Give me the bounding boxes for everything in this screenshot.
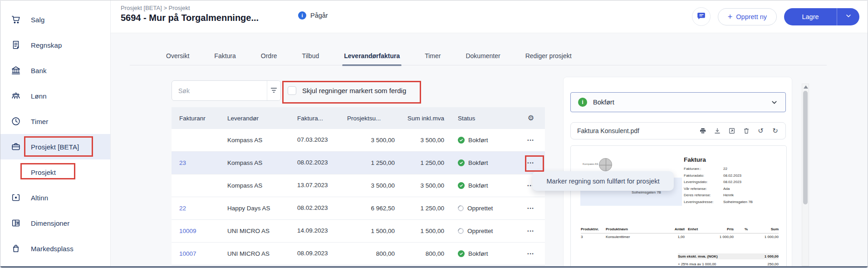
col-status[interactable]: Status xyxy=(444,115,517,122)
cell-prosjektsum: 1 500,00 xyxy=(338,228,395,234)
pdf-cell: 3 xyxy=(581,235,583,239)
row-actions-ellipsis-icon[interactable] xyxy=(527,161,534,165)
col-sum[interactable]: Sum inkl.mva xyxy=(395,115,444,122)
pdf-field-value: 22 xyxy=(723,166,727,173)
cell-status: Opprettet xyxy=(444,205,517,212)
invoice-status-select[interactable]: Bokført xyxy=(570,92,786,112)
chat-button[interactable] xyxy=(692,7,711,26)
pdf-address: Solheimsgaten 7B xyxy=(632,190,661,194)
status-booked-check-icon xyxy=(458,250,465,257)
cell-fakturanr[interactable]: 23 xyxy=(172,159,227,166)
create-new-button[interactable]: Opprett ny xyxy=(718,8,777,25)
row-actions-ellipsis-icon[interactable] xyxy=(527,206,534,211)
tab-rediger-prosjekt[interactable]: Rediger prosjekt xyxy=(525,50,572,65)
table-row[interactable]: Kompass AS07.03.20233 500,003 500,00Bokf… xyxy=(172,129,545,152)
tab-oversikt[interactable]: Oversikt xyxy=(166,50,189,65)
table-row[interactable]: 10007UNI MICRO AS08.09.2023800,00800,00B… xyxy=(172,243,545,265)
save-dropdown-toggle[interactable] xyxy=(837,8,859,25)
table-row[interactable]: 23Kompass AS08.02.20231 250,001 250,00Bo… xyxy=(172,152,545,174)
row-actions-ellipsis-icon[interactable] xyxy=(527,138,534,143)
col-prosjektsum[interactable]: Prosjektsu... xyxy=(338,115,395,122)
clock-icon xyxy=(11,116,21,126)
status-text: Opprettet xyxy=(467,205,493,212)
filter-button[interactable] xyxy=(267,81,280,100)
pdf-cell: 1 000,00 xyxy=(706,235,734,239)
sidebar-item-salg[interactable]: Salg xyxy=(0,7,110,32)
sidebar-item-label: Lønn xyxy=(31,92,47,100)
cell-fakturanr[interactable]: 22 xyxy=(172,205,227,212)
status-booked-check-icon xyxy=(458,137,465,144)
download-icon[interactable] xyxy=(713,127,721,135)
sidebar-item-altinn[interactable]: Altinn xyxy=(0,185,110,210)
pdf-vendor-logo xyxy=(599,158,612,171)
cell-fakturanr[interactable]: 10009 xyxy=(172,228,227,234)
tab-ordre[interactable]: Ordre xyxy=(261,50,277,65)
window-bottom-edge xyxy=(0,266,868,268)
content-area: OversiktFakturaOrdreTilbudLeverandørfakt… xyxy=(111,33,868,268)
col-fakturanr[interactable]: Fakturanr xyxy=(172,115,227,122)
pdf-field-row: Leveringsdato:08.02.2023 xyxy=(684,179,753,186)
scrollbar-thumb[interactable] xyxy=(803,91,808,204)
scroll-up-arrow-icon[interactable] xyxy=(804,85,808,89)
sidebar-item-regnskap[interactable]: Regnskap xyxy=(0,32,110,58)
project-status: Pågår xyxy=(298,11,328,20)
cell-leverandor: Kompass AS xyxy=(227,137,297,144)
pdf-header-rule xyxy=(581,233,779,233)
sidebar-item-prosjekt[interactable]: Prosjekt xyxy=(0,159,110,185)
col-fakturadato[interactable]: Faktura... xyxy=(297,115,338,122)
vertical-scrollbar[interactable] xyxy=(802,84,809,266)
hide-finished-group: Skjul regninger markert som ferdig xyxy=(288,80,406,101)
cell-leverandor: Happy Days AS xyxy=(227,205,297,212)
table-row[interactable]: 22Happy Days AS08.02.20236 962,501 250,0… xyxy=(172,197,545,220)
cell-fakturadato: 08.02.2023 xyxy=(297,159,338,167)
tab-faktura[interactable]: Faktura xyxy=(214,50,235,65)
file-actions: ↺↻ xyxy=(699,127,779,135)
sidebar-item-prosjekt-beta[interactable]: Prosjekt [BETA] xyxy=(0,134,110,159)
sidebar-item-label: Altinn xyxy=(31,194,48,202)
cell-status: Bokført xyxy=(444,159,517,166)
cell-fakturanr[interactable]: 10007 xyxy=(172,250,227,257)
cell-fakturadato: 08.09.2023 xyxy=(297,250,338,258)
pdf-vat-label: + 25% mva av 1 000,00 xyxy=(678,262,716,266)
file-name: Faktura Konsulent.pdf xyxy=(577,127,639,134)
tab-leverandørfaktura[interactable]: Leverandørfaktura xyxy=(344,50,400,65)
trash-icon[interactable] xyxy=(742,127,750,135)
rotate-left-icon[interactable]: ↺ xyxy=(757,127,765,135)
sidebar-item-label: Regnskap xyxy=(31,41,62,49)
pdf-field-row: Deres referanse:Henrik xyxy=(684,192,753,199)
printer-icon[interactable] xyxy=(699,127,706,135)
sidebar-item-timer[interactable]: Timer xyxy=(0,109,110,134)
pdf-cell: 1 000,00 xyxy=(750,235,779,239)
cell-sum: 3 500,00 xyxy=(395,137,444,144)
cell-sum: 1 250,00 xyxy=(395,159,444,166)
status-text: Bokført xyxy=(468,159,488,166)
pdf-field-value: 08.02.2023 xyxy=(723,179,741,186)
table-row[interactable]: Kompass AS13.07.20233 500,003 500,00Bokf… xyxy=(172,174,545,197)
search-input[interactable] xyxy=(172,81,267,100)
rotate-right-icon[interactable]: ↻ xyxy=(771,127,779,135)
cell-fakturadato: 13.07.2023 xyxy=(297,182,338,190)
app-window: SalgRegnskapBankLønnTimerProsjekt [BETA]… xyxy=(0,0,868,268)
hide-finished-checkbox[interactable] xyxy=(288,86,296,95)
pdf-field-value: 08.02.2023 xyxy=(723,173,741,179)
sidebar-item-markedsplass[interactable]: Markedsplass xyxy=(0,236,110,261)
cell-fakturadato: 08.02.2023 xyxy=(297,204,338,213)
tab-tilbud[interactable]: Tilbud xyxy=(302,50,319,65)
row-actions-ellipsis-icon[interactable] xyxy=(527,229,534,233)
receipt-icon xyxy=(11,40,21,50)
tab-timer[interactable]: Timer xyxy=(425,50,441,65)
table-settings-gear-icon[interactable] xyxy=(528,114,534,122)
col-leverandor[interactable]: Leverandør xyxy=(227,115,297,122)
sidebar-item-lonn[interactable]: Lønn xyxy=(0,83,110,109)
tab-dokumenter[interactable]: Dokumenter xyxy=(466,50,500,65)
pdf-total-label: Sum ekskl. mva. (NOK) xyxy=(678,254,718,258)
open-external-icon[interactable] xyxy=(728,127,736,135)
row-actions-ellipsis-icon[interactable] xyxy=(527,252,534,256)
plus-icon xyxy=(728,13,733,21)
save-button[interactable]: Lagre xyxy=(784,8,837,25)
save-split-button: Lagre xyxy=(784,8,859,25)
table-row[interactable]: 10009UNI MICRO AS14.09.20231 500,001 500… xyxy=(172,220,545,243)
sidebar-item-label: Dimensjoner xyxy=(31,219,69,227)
sidebar-item-bank[interactable]: Bank xyxy=(0,58,110,83)
sidebar-item-dimensjoner[interactable]: Dimensjoner xyxy=(0,210,110,236)
